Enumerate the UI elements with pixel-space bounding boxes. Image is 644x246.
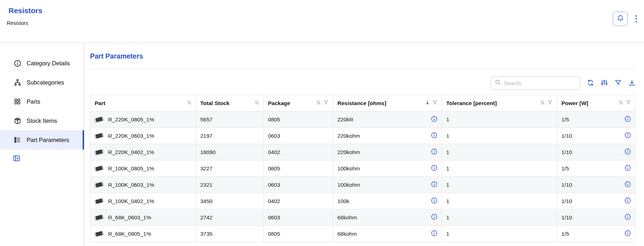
sidebar-item-stock-items[interactable]: Stock Items [0,111,84,130]
table-row[interactable]: R_68K_0603_1% 2742 0603 68kohm 1 1/10 [90,209,635,226]
breadcrumb[interactable]: Resistors [7,20,644,26]
table-row[interactable]: R_220K_0805_1% 5657 0805 220kR 1 1/5 [90,111,635,128]
sort-icon[interactable] [187,100,191,106]
collapse-sidebar-button[interactable] [13,154,21,163]
sidebar-item-category-details[interactable]: Category Details [0,54,84,73]
power-info-button[interactable] [625,148,631,156]
column-header-package[interactable]: Package [264,95,333,111]
part-cell[interactable]: R_220K_0402_1% [90,144,196,160]
part-thumbnail-icon [94,133,104,139]
collapse-sidebar-icon [13,158,21,163]
resistance-info-button[interactable] [431,230,437,237]
table-row[interactable]: R_100K_0603_1% 2321 0603 100kohm 1 1/10 [90,177,635,193]
resistance-info-button[interactable] [431,132,437,140]
power-value: 1/5 [561,116,569,123]
info-icon [431,230,437,237]
part-parameters-table: Part Total Stock [90,95,635,242]
part-name[interactable]: R_68K_0805_1% [108,231,151,237]
part-thumbnail-icon [94,231,104,237]
filter-button[interactable] [615,79,622,87]
box-icon [13,117,21,125]
part-thumbnail-icon [94,198,104,204]
info-icon [431,181,437,188]
part-thumbnail-icon [94,214,104,220]
power-info-button[interactable] [625,165,631,172]
column-header-tolerance[interactable]: Tolerance [percent] [442,95,557,111]
resistance-info-button[interactable] [431,148,437,156]
search-icon [495,79,501,87]
topbar-actions [613,12,639,26]
table-row[interactable]: R_220K_0603_1% 2197 0603 220kohm 1 1/10 [90,128,635,144]
resistance-value: 100kohm [337,165,360,172]
sidebar-item-subcategories[interactable]: Subcategories [0,73,84,92]
column-header-power[interactable]: Power [W] [557,95,635,111]
power-info-button[interactable] [625,197,631,205]
part-name[interactable]: R_220K_0805_1% [108,116,154,123]
part-cell[interactable]: R_100K_0402_1% [90,193,196,209]
info-icon [625,197,631,205]
column-label: Part [95,100,105,106]
sidebar: Category Details Subcategories Parts Sto… [0,43,84,246]
power-info-button[interactable] [625,132,631,140]
grid-icon [13,98,21,105]
kebab-menu-icon[interactable] [633,13,639,24]
resistance-info-button[interactable] [431,197,437,205]
search-input[interactable] [504,80,576,86]
power-info-button[interactable] [625,230,631,237]
part-name[interactable]: R_100K_0805_1% [108,165,154,172]
column-header-part[interactable]: Part [90,95,196,111]
part-name[interactable]: R_100K_0402_1% [108,198,154,204]
part-thumbnail-icon [94,165,104,171]
power-value: 1/10 [561,182,572,188]
part-name[interactable]: R_220K_0402_1% [108,149,154,155]
part-cell[interactable]: R_68K_0805_1% [90,226,196,242]
power-info-button[interactable] [625,181,631,188]
sort-icon[interactable] [317,100,321,106]
column-filter-icon[interactable] [432,100,437,106]
sidebar-item-part-parameters[interactable]: Part Parameters [0,130,84,149]
power-info-button[interactable] [625,214,631,221]
column-filter-icon[interactable] [548,100,553,106]
part-cell[interactable]: R_100K_0603_1% [90,177,196,193]
part-thumbnail-icon [94,116,104,122]
sort-desc-icon[interactable] [425,100,430,106]
part-cell[interactable]: R_220K_0603_1% [90,128,196,144]
part-cell[interactable]: R_68K_0603_1% [90,209,196,226]
resistance-info-button[interactable] [431,181,437,188]
column-header-resistance[interactable]: Resistance [ohms] [333,95,442,111]
package-cell: 0805 [264,226,333,242]
part-cell[interactable]: R_220K_0805_1% [90,111,196,128]
resistance-info-button[interactable] [431,116,437,123]
tolerance-cell: 1 [442,160,557,177]
part-name[interactable]: R_100K_0603_1% [108,182,154,188]
sort-icon[interactable] [541,100,545,106]
resistance-info-button[interactable] [431,165,437,172]
table-row[interactable]: R_100K_0805_1% 3227 0805 100kohm 1 1/5 [90,160,635,177]
column-settings-button[interactable] [601,79,608,87]
download-button[interactable] [628,79,635,87]
part-cell[interactable]: R_100K_0805_1% [90,160,196,177]
refresh-button[interactable] [587,79,594,87]
part-name[interactable]: R_220K_0603_1% [108,133,154,139]
power-value: 1/5 [561,231,569,237]
column-filter-icon[interactable] [324,100,329,106]
part-name[interactable]: R_68K_0603_1% [108,214,151,221]
sidebar-item-parts[interactable]: Parts [0,92,84,111]
column-header-total-stock[interactable]: Total Stock [196,95,264,111]
notifications-button[interactable] [613,12,628,26]
filter-icon [615,79,622,87]
table-row[interactable]: R_100K_0402_1% 3450 0402 100k 1 1/10 [90,193,635,209]
table-body: R_220K_0805_1% 5657 0805 220kR 1 1/5 [90,111,635,242]
column-filter-icon[interactable] [626,100,631,106]
table-row[interactable]: R_220K_0402_1% 18090 0402 220kohm 1 1/10 [90,144,635,160]
table-toolbar [90,76,635,90]
resistance-info-button[interactable] [431,214,437,221]
table-row[interactable]: R_68K_0805_1% 3735 0805 68kohm 1 1/5 [90,226,635,242]
power-info-button[interactable] [625,116,631,123]
info-icon [431,116,437,123]
sidebar-item-label: Subcategories [27,79,64,86]
column-label: Package [268,100,290,106]
info-icon [431,165,437,172]
sort-icon[interactable] [255,100,259,106]
sort-icon[interactable] [619,100,623,106]
